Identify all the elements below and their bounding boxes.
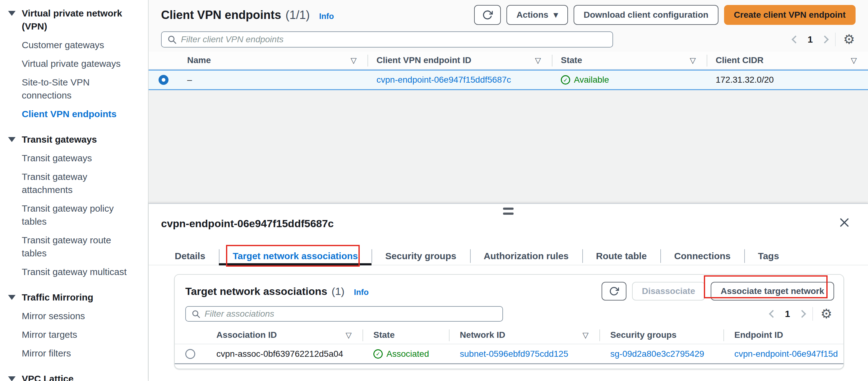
pagination: 1 ⚙ [793,33,855,46]
previous-page-icon[interactable] [769,310,777,318]
column-label: Association ID [216,330,277,340]
association-table-row[interactable]: cvpn-assoc-0bf639762212d5a04 ✓ Associate… [175,344,843,364]
sidebar-section-vpn-heading[interactable]: Virtual private network (VPN) [8,7,148,33]
endpoint-filter-box [161,31,613,47]
sidebar-section-traffic-mirroring: Traffic Mirroring Mirror sessions Mirror… [8,291,148,360]
sort-icon: ▽ [583,331,589,340]
tab-tags[interactable]: Tags [744,247,793,265]
close-panel-button[interactable] [838,216,850,229]
column-header-state[interactable]: State [363,326,449,344]
drag-bar [503,213,514,215]
sidebar-section-vpc-lattice: VPC Lattice [8,372,148,381]
check-circle-icon: ✓ [561,75,570,85]
card-count: (1) [332,285,345,297]
collapse-triangle-icon [8,11,16,16]
sidebar-item-virtual-private-gateways[interactable]: Virtual private gateways [22,57,137,70]
sidebar-item-mirror-filters[interactable]: Mirror filters [22,347,137,360]
sidebar-item-site-to-site-vpn[interactable]: Site-to-Site VPN connections [22,76,137,102]
page-number[interactable]: 1 [785,309,790,319]
sidebar-section-transit-heading[interactable]: Transit gateways [8,133,148,146]
settings-gear-icon[interactable]: ⚙ [843,33,855,46]
endpoints-table-header: Name ▽ Client VPN endpoint ID ▽ State ▽ … [149,52,868,70]
sidebar-section-label: Transit gateways [22,133,141,146]
page-number[interactable]: 1 [808,34,813,45]
tab-security-groups[interactable]: Security groups [372,247,470,265]
row-radio[interactable] [185,349,195,359]
settings-gear-icon[interactable]: ⚙ [820,307,832,320]
empty-area [149,90,868,203]
info-link[interactable]: Info [319,11,334,21]
column-header-association-id[interactable]: Association ID ▽ [206,326,363,344]
sort-icon: ▽ [351,56,356,65]
associate-target-network-button[interactable]: Associate target network [711,282,834,300]
association-pagination: 1 ⚙ [770,307,832,321]
refresh-icon [609,286,619,296]
column-label: Security groups [610,330,677,340]
endpoint-id-link[interactable]: cvpn-endpoint-06e947f15ddf5687c [376,75,511,85]
sidebar-item-client-vpn-endpoints[interactable]: Client VPN endpoints [22,107,137,121]
security-group-link[interactable]: sg-09d2a80e3c2795429 [610,349,704,359]
column-header-endpoint-id[interactable]: Client VPN endpoint ID ▽ [368,52,552,69]
tab-connections[interactable]: Connections [660,247,744,265]
associate-button-label: Associate target network [721,286,824,296]
association-filter-input[interactable] [205,309,497,319]
column-header-name[interactable]: Name ▽ [179,52,368,69]
disassociate-button-label: Disassociate [642,286,695,296]
sidebar-item-transit-gateway-attachments[interactable]: Transit gateway attachments [22,170,137,196]
sidebar-section-label: VPC Lattice [22,372,141,381]
previous-page-icon[interactable] [792,35,799,43]
column-label: State [561,55,582,65]
select-column-header [175,326,206,344]
actions-button[interactable]: Actions ▼ [506,5,568,25]
sidebar-section-traffic-heading[interactable]: Traffic Mirroring [8,291,148,304]
column-header-state[interactable]: State ▽ [552,52,707,69]
detail-split-panel: cvpn-endpoint-06e947f15ddf5687c Details … [149,203,868,381]
column-header-network-id[interactable]: Network ID ▽ [449,326,600,344]
check-circle-icon: ✓ [373,349,383,359]
column-header-endpoint-id[interactable]: Endpoint ID [724,326,843,344]
sidebar-item-transit-gateway-multicast[interactable]: Transit gateway multicast [22,265,137,279]
caret-down-icon: ▼ [553,11,558,19]
column-header-client-cidr[interactable]: Client CIDR ▽ [707,52,868,69]
close-icon [838,216,850,229]
column-label: Network ID [460,330,505,340]
tab-authorization-rules[interactable]: Authorization rules [470,247,582,265]
sidebar-item-mirror-targets[interactable]: Mirror targets [22,328,137,341]
disassociate-button[interactable]: Disassociate [632,282,705,300]
refresh-associations-button[interactable] [601,282,626,300]
panel-drag-handle[interactable] [503,208,514,218]
main-content: Client VPN endpoints (1/1) Info Actions … [149,0,868,381]
sidebar-item-customer-gateways[interactable]: Customer gateways [22,38,137,52]
sidebar-item-mirror-sessions[interactable]: Mirror sessions [22,310,137,323]
network-id-link[interactable]: subnet-0596ebfd975cdd125 [460,349,568,359]
endpoint-id-link[interactable]: cvpn-endpoint-06e947f15d [734,349,838,359]
collapse-triangle-icon [8,376,16,381]
vpc-sidebar: Virtual private network (VPN) Customer g… [0,0,149,381]
download-client-configuration-button[interactable]: Download client configuration [574,5,718,25]
sidebar-item-transit-gateway-policy-tables[interactable]: Transit gateway policy tables [22,202,137,228]
cell-association-id: cvpn-assoc-0bf639762212d5a04 [206,349,363,359]
sidebar-item-transit-gateway-route-tables[interactable]: Transit gateway route tables [22,234,137,260]
sidebar-section-vpc-lattice-heading[interactable]: VPC Lattice [8,372,148,381]
tab-details[interactable]: Details [161,247,219,265]
refresh-icon [482,10,493,20]
column-header-security-groups[interactable]: Security groups [600,326,724,344]
info-link[interactable]: Info [354,287,369,297]
refresh-button[interactable] [474,5,501,25]
search-icon [191,310,200,318]
row-radio-selected[interactable] [159,75,168,85]
column-label: Endpoint ID [734,330,783,340]
tab-route-table[interactable]: Route table [582,247,660,265]
column-label: Client VPN endpoint ID [376,55,471,65]
endpoint-table-row[interactable]: – cvpn-endpoint-06e947f15ddf5687c ✓ Avai… [149,70,868,90]
sidebar-item-transit-gateways[interactable]: Transit gateways [22,152,137,165]
association-filter-box [185,306,503,322]
download-button-label: Download client configuration [584,10,708,20]
endpoint-filter-input[interactable] [181,34,607,44]
column-label: State [373,330,395,340]
sidebar-section-vpn: Virtual private network (VPN) Customer g… [8,7,148,121]
next-page-icon[interactable] [798,310,806,318]
tab-target-network-associations[interactable]: Target network associations [219,247,372,265]
create-client-vpn-endpoint-button[interactable]: Create client VPN endpoint [724,5,856,25]
next-page-icon[interactable] [821,35,829,43]
